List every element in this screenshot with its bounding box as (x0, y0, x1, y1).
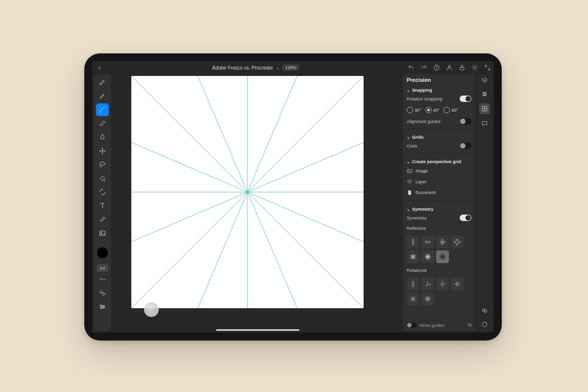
image-icon (407, 168, 413, 174)
reflective-1[interactable] (407, 236, 419, 248)
top-icons (408, 64, 491, 71)
reflective-3[interactable] (436, 236, 449, 248)
transform-tool[interactable] (96, 186, 109, 198)
lasso-tool[interactable] (96, 158, 109, 171)
svg-point-2 (448, 65, 451, 68)
help-icon[interactable] (433, 64, 440, 71)
perspective-document[interactable]: Document (407, 189, 471, 196)
vector-brush-tool[interactable] (96, 103, 109, 116)
right-rail (477, 74, 492, 331)
chevron-down-icon: ⌄ (407, 207, 410, 212)
back-button[interactable]: ‹ (95, 64, 104, 71)
grids-section-header[interactable]: ⌄Grids (407, 135, 471, 140)
svg-point-4 (474, 67, 476, 69)
settings-icon[interactable] (471, 64, 478, 71)
canvas-wrap (113, 74, 403, 333)
grids-toggle[interactable] (460, 143, 471, 149)
app-screen: ‹ Adobe Fresco vs. Procreate ⌄ 128% (92, 61, 494, 333)
alignment-guides-label: Alignment guides (407, 119, 441, 124)
zoom-badge[interactable]: 128% (282, 64, 299, 71)
place-image-tool[interactable] (96, 227, 109, 240)
angle-30[interactable]: 30° (407, 107, 421, 113)
snapping-angles: 30° 45° 90° (407, 107, 471, 113)
svg-rect-20 (408, 170, 412, 173)
symmetry-row: Symmetry (407, 215, 471, 221)
fullscreen-icon[interactable] (484, 64, 491, 71)
undo-button[interactable] (408, 64, 415, 71)
redo-button[interactable] (420, 64, 427, 71)
svg-point-5 (100, 162, 105, 166)
angle-90[interactable]: 90° (443, 107, 458, 113)
angle-45[interactable]: 45° (425, 107, 440, 113)
precision-tool[interactable] (96, 300, 109, 313)
rotational-3[interactable] (436, 278, 449, 291)
pixel-brush-tool[interactable] (96, 76, 109, 89)
chevron-down-icon: ⌄ (407, 135, 410, 140)
move-guides-toggle[interactable] (407, 322, 416, 328)
rotational-grid (407, 278, 471, 305)
brush-size-badge[interactable]: 3.5 (97, 264, 108, 272)
rotational-1[interactable] (407, 278, 419, 291)
perspective-layer[interactable]: Layer (407, 178, 471, 186)
brush-settings-tool[interactable] (96, 287, 109, 299)
eraser-tool[interactable] (96, 117, 109, 130)
user-icon[interactable] (446, 64, 453, 71)
rotation-snapping-toggle[interactable] (460, 96, 471, 102)
reflective-7-selected[interactable] (436, 250, 449, 263)
reflective-5[interactable] (407, 250, 419, 263)
rotational-4[interactable] (451, 278, 464, 291)
share-icon[interactable] (459, 64, 466, 71)
svg-point-24 (454, 241, 456, 243)
divider (403, 200, 475, 201)
adjustments-icon[interactable] (480, 90, 489, 98)
panel-title: Precision (407, 77, 471, 83)
rotational-2[interactable] (421, 278, 434, 291)
symmetry-toggle[interactable] (460, 215, 471, 221)
live-brush-tool[interactable] (96, 90, 109, 102)
canvas[interactable] (131, 76, 364, 308)
color-link-icon[interactable] (480, 306, 489, 315)
title-chevron-icon[interactable]: ⌄ (276, 66, 279, 70)
reflective-6[interactable] (421, 250, 434, 263)
rotational-6[interactable] (421, 293, 434, 305)
svg-point-10 (103, 306, 104, 307)
precision-icon[interactable] (479, 103, 490, 114)
reflective-grid (407, 236, 471, 263)
rotational-5[interactable] (407, 293, 419, 305)
symmetry-label: Symmetry (407, 216, 427, 220)
symmetry-section-header[interactable]: ⌄Symmetry (407, 207, 471, 212)
reflective-4[interactable] (451, 236, 464, 248)
divider (403, 128, 475, 129)
alignment-guides-row: Alignment guides (407, 118, 471, 124)
alignment-guides-toggle[interactable] (460, 118, 471, 124)
rotational-label: Rotational (407, 268, 471, 273)
layers-icon[interactable] (480, 76, 489, 85)
reset-guides-icon[interactable]: ⟲ (467, 322, 471, 328)
svg-point-1 (437, 69, 437, 70)
reflective-2[interactable] (421, 236, 434, 248)
svg-point-36 (484, 95, 485, 96)
color-wheel-icon[interactable] (480, 320, 489, 329)
svg-point-34 (483, 92, 484, 93)
snapping-section-header[interactable]: ⌄Snapping (407, 88, 471, 93)
touch-shortcut[interactable] (144, 302, 159, 317)
brush-curve-tool[interactable] (96, 273, 109, 286)
perspective-image[interactable]: Image (407, 167, 471, 175)
color-swatch[interactable] (97, 247, 108, 258)
svg-point-40 (482, 309, 485, 312)
eyedropper-tool[interactable] (96, 213, 109, 226)
title-area: Adobe Fresco vs. Procreate ⌄ 128% (107, 64, 405, 71)
rotation-snapping-label: Rotation snapping (407, 97, 442, 101)
smudge-tool[interactable] (96, 131, 109, 144)
layer-icon (407, 179, 413, 185)
home-indicator (216, 329, 299, 331)
text-tool[interactable] (96, 199, 109, 212)
document-title[interactable]: Adobe Fresco vs. Procreate (212, 65, 273, 71)
panel-footer: Move guides ⟲ (407, 319, 471, 328)
comments-icon[interactable] (480, 119, 489, 128)
svg-point-43 (486, 322, 487, 323)
perspective-section-header[interactable]: ⌄Create perspective grid (407, 159, 471, 164)
precision-panel: Precision ⌄Snapping Rotation snapping 30… (403, 74, 475, 331)
move-tool[interactable] (96, 145, 109, 157)
fill-tool[interactable] (96, 172, 109, 185)
